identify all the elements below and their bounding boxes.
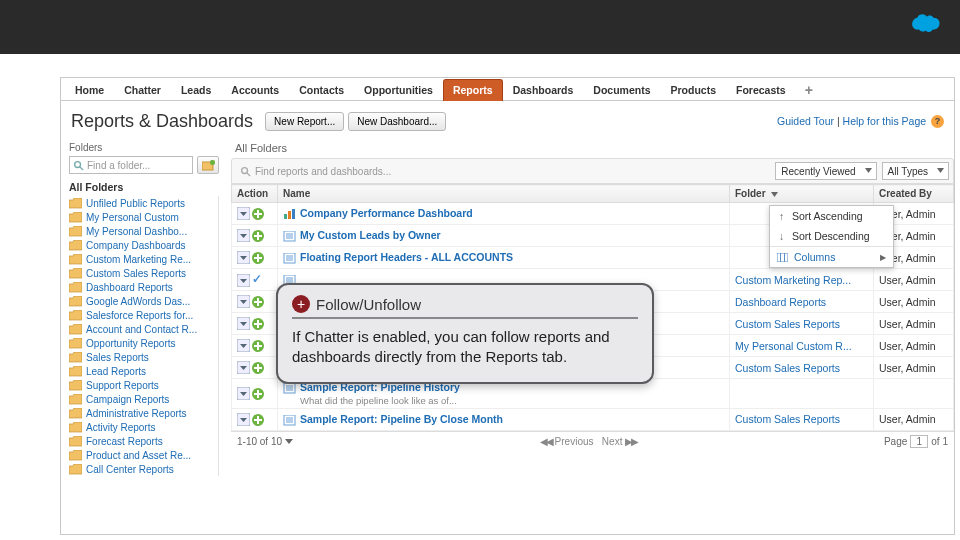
tab-reports[interactable]: Reports: [443, 79, 503, 101]
folder-item[interactable]: Administrative Reports: [69, 406, 218, 420]
follow-plus-icon[interactable]: [252, 388, 264, 400]
row-name[interactable]: My Custom Leads by Owner: [278, 225, 730, 247]
tab-dashboards[interactable]: Dashboards: [503, 79, 584, 101]
follow-plus-icon[interactable]: [252, 296, 264, 308]
folder-item[interactable]: Unfiled Public Reports: [69, 196, 218, 210]
row-folder: Custom Sales Reports: [730, 357, 874, 379]
page-title: Reports & Dashboards: [71, 111, 253, 132]
row-menu-icon[interactable]: [237, 274, 250, 287]
report-icon: [283, 231, 296, 242]
folder-item[interactable]: Lead Reports: [69, 364, 218, 378]
row-name[interactable]: Company Performance Dashboard: [278, 203, 730, 225]
folder-item[interactable]: Campaign Reports: [69, 392, 218, 406]
follow-plus-icon[interactable]: [252, 252, 264, 264]
folder-item[interactable]: Google AdWords Das...: [69, 294, 218, 308]
new-report-button[interactable]: New Report...: [265, 112, 344, 131]
row-menu-icon[interactable]: [237, 207, 250, 220]
tab-products[interactable]: Products: [661, 79, 727, 101]
row-menu-icon[interactable]: [237, 413, 250, 426]
help-page-link[interactable]: Help for this Page: [843, 115, 926, 127]
all-folders-heading[interactable]: All Folders: [69, 178, 219, 196]
new-folder-button[interactable]: [197, 156, 219, 174]
tab-accounts[interactable]: Accounts: [221, 79, 289, 101]
folder-item[interactable]: Company Dashboards: [69, 238, 218, 252]
row-menu-icon[interactable]: [237, 295, 250, 308]
row-menu-icon[interactable]: [237, 387, 250, 400]
chevron-right-icon: ▶: [880, 253, 886, 262]
follow-plus-icon[interactable]: [252, 318, 264, 330]
filter-strip: Find reports and dashboards... Recently …: [231, 158, 954, 184]
arrow-down-icon: ↓: [777, 230, 786, 242]
tab-forecasts[interactable]: Forecasts: [726, 79, 796, 101]
find-reports-input[interactable]: Find reports and dashboards...: [236, 163, 770, 180]
row-menu-icon[interactable]: [237, 361, 250, 374]
chevron-down-icon[interactable]: [285, 437, 293, 445]
folder-item[interactable]: Forecast Reports: [69, 434, 218, 448]
row-folder: My Personal Custom R...: [730, 335, 874, 357]
col-folder[interactable]: Folder: [730, 185, 874, 203]
folder-item[interactable]: Account and Contact R...: [69, 322, 218, 336]
row-name[interactable]: Floating Report Headers - ALL ACCOUNTS: [278, 247, 730, 269]
row-name[interactable]: Sample Report: Pipeline By Close Month: [278, 408, 730, 430]
folder-icon: [69, 394, 82, 405]
folder-item[interactable]: Opportunity Reports: [69, 336, 218, 350]
row-created-by: User, Admin: [874, 313, 954, 335]
col-action[interactable]: Action: [232, 185, 278, 203]
new-dashboard-button[interactable]: New Dashboard...: [348, 112, 446, 131]
tab-documents[interactable]: Documents: [583, 79, 660, 101]
pager-page-input[interactable]: 1: [910, 435, 928, 448]
folder-item[interactable]: Activity Reports: [69, 420, 218, 434]
pager-prev[interactable]: Previous: [555, 436, 594, 447]
tab-home[interactable]: Home: [65, 79, 114, 101]
folder-search-input[interactable]: Find a folder...: [69, 156, 193, 174]
tab-add[interactable]: +: [796, 79, 822, 101]
pager-next[interactable]: Next: [602, 436, 623, 447]
tab-contacts[interactable]: Contacts: [289, 79, 354, 101]
col-name[interactable]: Name: [278, 185, 730, 203]
folder-icon: [69, 380, 82, 391]
follow-plus-icon[interactable]: [252, 414, 264, 426]
help-icon[interactable]: ?: [931, 115, 944, 128]
search-icon: [73, 160, 84, 171]
folder-item[interactable]: Sales Reports: [69, 350, 218, 364]
following-check-icon[interactable]: ✓: [252, 272, 262, 286]
guided-tour-link[interactable]: Guided Tour: [777, 115, 834, 127]
view-filter-select[interactable]: Recently Viewed: [775, 162, 876, 180]
folder-item[interactable]: Support Reports: [69, 378, 218, 392]
folder-icon: [69, 212, 82, 223]
pager-range: 1-10 of 10: [237, 436, 282, 447]
callout-title: Follow/Unfollow: [316, 296, 421, 313]
follow-plus-icon[interactable]: [252, 340, 264, 352]
row-menu-icon[interactable]: [237, 251, 250, 264]
folder-item[interactable]: Product and Asset Re...: [69, 448, 218, 462]
row-folder: Custom Marketing Rep...: [730, 269, 874, 291]
tab-chatter[interactable]: Chatter: [114, 79, 171, 101]
dashboard-icon: [283, 209, 296, 220]
columns-item[interactable]: Columns ▶: [770, 246, 893, 267]
row-menu-icon[interactable]: [237, 317, 250, 330]
follow-plus-icon[interactable]: [252, 230, 264, 242]
row-desc: What did the pipeline look like as of...: [300, 395, 724, 406]
row-menu-icon[interactable]: [237, 229, 250, 242]
tab-opportunities[interactable]: Opportunities: [354, 79, 443, 101]
sort-desc-item[interactable]: ↓Sort Descending: [770, 226, 893, 246]
folder-icon: [69, 296, 82, 307]
sort-asc-item[interactable]: ↑Sort Ascending: [770, 206, 893, 226]
folder-item[interactable]: Call Center Reports: [69, 462, 218, 476]
folder-item[interactable]: Custom Marketing Re...: [69, 252, 218, 266]
col-created-by[interactable]: Created By: [874, 185, 954, 203]
svg-rect-7: [284, 214, 287, 219]
folder-item[interactable]: My Personal Custom: [69, 210, 218, 224]
svg-rect-8: [288, 211, 291, 219]
type-filter-select[interactable]: All Types: [882, 162, 949, 180]
folder-icon: [69, 408, 82, 419]
tab-leads[interactable]: Leads: [171, 79, 221, 101]
row-menu-icon[interactable]: [237, 339, 250, 352]
folder-item[interactable]: Salesforce Reports for...: [69, 308, 218, 322]
follow-plus-icon[interactable]: [252, 208, 264, 220]
follow-plus-icon[interactable]: [252, 362, 264, 374]
folder-item[interactable]: Dashboard Reports: [69, 280, 218, 294]
tutorial-callout: + Follow/Unfollow If Chatter is enabled,…: [276, 283, 654, 384]
folder-item[interactable]: My Personal Dashbo...: [69, 224, 218, 238]
folder-item[interactable]: Custom Sales Reports: [69, 266, 218, 280]
